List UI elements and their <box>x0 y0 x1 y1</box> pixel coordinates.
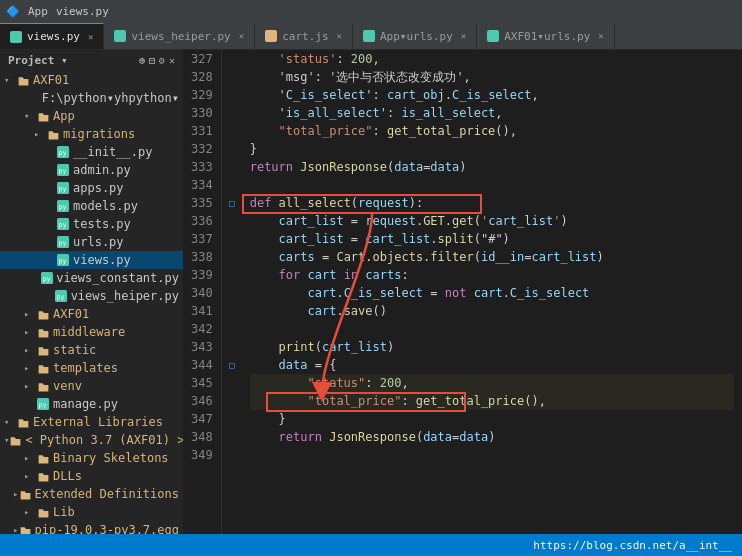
tree-file-icon <box>9 433 22 447</box>
sidebar-item-lib[interactable]: ▸Lib <box>0 503 183 521</box>
code-wrapper: 3273283293303313323333343353363373383393… <box>183 50 742 534</box>
sidebar-item-binary_skeletons[interactable]: ▸Binary Skeletons <box>0 449 183 467</box>
status-url: https://blog.csdn.net/a__int__ <box>533 539 732 552</box>
code-line-344: data = { <box>250 356 734 374</box>
gutter-mark <box>222 50 242 68</box>
sidebar-item-views_constant[interactable]: pyviews_constant.py <box>0 269 183 287</box>
tree-label-venv: venv <box>53 379 82 393</box>
sidebar-item-models[interactable]: pymodels.py <box>0 197 183 215</box>
line-number: 339 <box>191 266 213 284</box>
tree-file-icon <box>16 415 30 429</box>
code-line-327: 'status': 200, <box>250 50 734 68</box>
tab-close-app_urls[interactable]: ✕ <box>461 31 466 41</box>
tree-label-axf01_folder: AXF01 <box>53 307 89 321</box>
sidebar-item-templates[interactable]: ▸templates <box>0 359 183 377</box>
tree-label-python37: < Python 3.7 (AXF01) > F:\ <box>25 433 183 447</box>
tree-arrow: ▸ <box>24 363 36 373</box>
sidebar-item-venv[interactable]: ▸venv <box>0 377 183 395</box>
tab-close-cart[interactable]: ✕ <box>337 31 342 41</box>
tree-file-icon: py <box>56 235 70 249</box>
line-number: 346 <box>191 392 213 410</box>
gutter-mark <box>222 248 242 266</box>
tab-close-views_heiper[interactable]: ✕ <box>239 31 244 41</box>
tab-close-views[interactable]: ✕ <box>88 32 93 42</box>
svg-text:py: py <box>59 221 67 229</box>
code-line-335: def all_select(request): <box>250 194 734 212</box>
sidebar-item-apps[interactable]: pyapps.py <box>0 179 183 197</box>
tree-file-icon: py <box>56 163 70 177</box>
tab-cart[interactable]: cart.js✕ <box>255 23 353 49</box>
line-number: 340 <box>191 284 213 302</box>
tab-views[interactable]: views.py✕ <box>0 23 104 49</box>
sidebar-item-admin[interactable]: pyadmin.py <box>0 161 183 179</box>
gutter-mark <box>222 86 242 104</box>
tree-arrow: ▸ <box>24 345 36 355</box>
line-number: 336 <box>191 212 213 230</box>
tree-arrow: ▸ <box>24 381 36 391</box>
code-line-342 <box>250 320 734 338</box>
tree-label-migrations: migrations <box>63 127 135 141</box>
sidebar-item-migrations[interactable]: ▸migrations <box>0 125 183 143</box>
gutter-mark <box>222 68 242 86</box>
line-number: 348 <box>191 428 213 446</box>
sidebar-item-pip[interactable]: ▸pip-19.0.3-py3.7.egg <box>0 521 183 534</box>
sidebar-item-urls[interactable]: pyurls.py <box>0 233 183 251</box>
tree-label-admin: admin.py <box>73 163 131 177</box>
svg-text:py: py <box>43 275 51 283</box>
gutter-mark <box>222 212 242 230</box>
tree-file-icon <box>16 73 30 87</box>
sidebar-item-python37[interactable]: ▾< Python 3.7 (AXF01) > F:\ <box>0 431 183 449</box>
line-number: 327 <box>191 50 213 68</box>
gutter-mark: □ <box>222 194 242 212</box>
sidebar-item-app[interactable]: ▾App <box>0 107 183 125</box>
sidebar-item-fpath[interactable]: F:\python▾yhpython▾ <box>0 89 183 107</box>
tab-app_urls[interactable]: App▾urls.py✕ <box>353 23 477 49</box>
tree-label-apps: apps.py <box>73 181 124 195</box>
sidebar-item-manage[interactable]: pymanage.py <box>0 395 183 413</box>
tree-label-tests: tests.py <box>73 217 131 231</box>
svg-text:py: py <box>59 203 67 211</box>
code-line-347: } <box>250 410 734 428</box>
line-number: 335 <box>191 194 213 212</box>
gutter-mark <box>222 392 242 410</box>
sidebar-icon-4[interactable]: ✕ <box>169 55 175 66</box>
tree-label-manage: manage.py <box>53 397 118 411</box>
gutter-mark <box>222 320 242 338</box>
code-line-340: cart.C_is_select = not cart.C_is_select <box>250 284 734 302</box>
svg-text:py: py <box>59 185 67 193</box>
code-content[interactable]: 'status': 200, 'msg': '选中与否状态改变成功', 'C_i… <box>242 50 742 534</box>
sidebar-icon-1[interactable]: ⊕ <box>139 55 145 66</box>
sidebar-item-axf01_folder[interactable]: ▸AXF01 <box>0 305 183 323</box>
tree-file-icon <box>36 379 50 393</box>
sidebar-item-views[interactable]: pyviews.py <box>0 251 183 269</box>
sidebar-item-dlls[interactable]: ▸DLLs <box>0 467 183 485</box>
sidebar-icon-2[interactable]: ⊟ <box>149 55 155 66</box>
code-line-334 <box>250 176 734 194</box>
sidebar-item-ext_def[interactable]: ▸Extended Definitions <box>0 485 183 503</box>
sidebar-item-middleware[interactable]: ▸middleware <box>0 323 183 341</box>
sidebar-icon-3[interactable]: ⚙ <box>159 55 165 66</box>
line-number: 328 <box>191 68 213 86</box>
tree-label-templates: templates <box>53 361 118 375</box>
tab-views_heiper[interactable]: views_heiper.py✕ <box>104 23 255 49</box>
line-number: 333 <box>191 158 213 176</box>
tree-label-ext_def: Extended Definitions <box>35 487 180 501</box>
sidebar-item-init[interactable]: py__init__.py <box>0 143 183 161</box>
code-line-341: cart.save() <box>250 302 734 320</box>
sidebar-item-static[interactable]: ▸static <box>0 341 183 359</box>
gutter-mark: □ <box>222 356 242 374</box>
tree-label-dlls: DLLs <box>53 469 82 483</box>
line-number: 345 <box>191 374 213 392</box>
tab-icon-views_heiper <box>114 30 126 42</box>
tab-icon-app_urls <box>363 30 375 42</box>
tab-axf_urls[interactable]: AXF01▾urls.py✕ <box>477 23 615 49</box>
sidebar-item-views_heiper[interactable]: pyviews_heiper.py <box>0 287 183 305</box>
tree-file-icon: py <box>56 253 70 267</box>
sidebar-item-tests[interactable]: pytests.py <box>0 215 183 233</box>
tree-file-icon <box>36 109 50 123</box>
tree-label-middleware: middleware <box>53 325 125 339</box>
sidebar-item-ext_libs[interactable]: ▾External Libraries <box>0 413 183 431</box>
tab-close-axf_urls[interactable]: ✕ <box>598 31 603 41</box>
gutter-mark <box>222 104 242 122</box>
sidebar-item-axf01[interactable]: ▾AXF01 <box>0 71 183 89</box>
